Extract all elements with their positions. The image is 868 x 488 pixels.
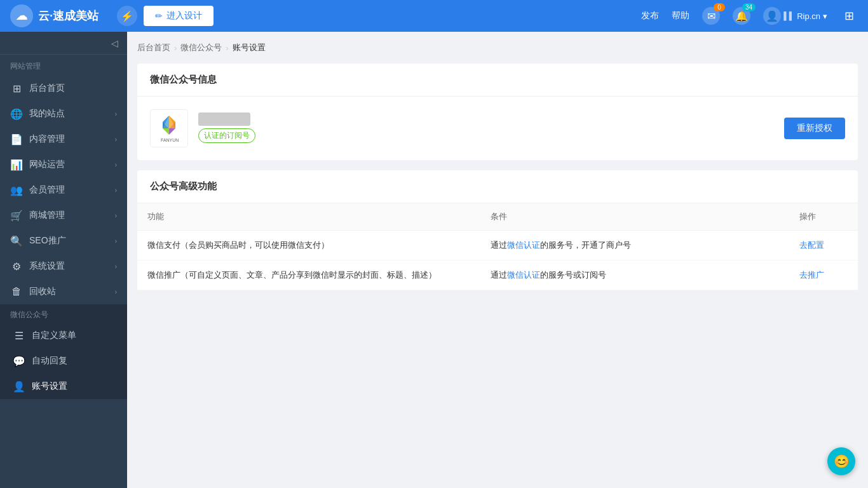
support-icon: 😊 [834,454,850,469]
pencil-icon: ✏ [155,11,163,21]
sidebar-item-operations[interactable]: 📊 网站运营 › [0,152,127,177]
col-header-condition: 条件 [480,203,789,231]
message-count: 0 [714,3,725,11]
features-table: 功能 条件 操作 微信支付（会员购买商品时，可以使用微信支付） 通过微信认证的服… [137,203,858,290]
sidebar-item-seo[interactable]: 🔍 SEO推广 › [0,228,127,254]
breadcrumb-sep-2: › [226,43,228,53]
sidebar-item-shop[interactable]: 🛒 商城管理 › [0,203,127,228]
nav-right-area: 发布 帮助 ✉ 0 🔔 34 👤 ▌▌ Rip.cn ▾ ⊞ [641,7,858,25]
breadcrumb-sep-1: › [174,43,177,53]
features-table-body: 微信支付（会员购买商品时，可以使用微信支付） 通过微信认证的服务号，开通了商户号… [137,231,858,290]
sidebar-label-operations: 网站运营 [29,159,115,170]
wechat-info-card: 微信公众号信息 FANYUN [137,64,858,160]
account-name-blurred [198,112,250,126]
sidebar-item-dashboard[interactable]: ⊞ 后台首页 [0,76,127,101]
qr-code-button[interactable]: ⊞ [840,7,858,25]
app-name: 云·速成美站 [38,8,98,24]
sidebar-label-my-sites: 我的站点 [29,108,115,119]
float-support-button[interactable]: 😊 [827,447,855,475]
account-left: FANYUN 认证的订阅号 [150,109,255,147]
sidebar: ◁ 网站管理 ⊞ 后台首页 🌐 我的站点 › 📄 内容管理 › 📊 网站运营 ›… [0,32,127,488]
account-name [198,114,255,125]
col-header-feature: 功能 [137,203,480,231]
sidebar-item-content[interactable]: 📄 内容管理 › [0,126,127,152]
sidebar-section2-title: 微信公众号 [0,304,127,323]
reauth-button[interactable]: 重新授权 [784,118,845,139]
wechat-subsection: 微信公众号 ☰ 自定义菜单 💬 自动回复 👤 账号设置 [0,304,127,399]
sidebar-item-members[interactable]: 👥 会员管理 › [0,177,127,203]
feature-payment: 微信支付（会员购买商品时，可以使用微信支付） [137,231,480,261]
sidebar-item-recycle[interactable]: 🗑 回收站 › [0,279,127,304]
account-icon: 👤 [13,380,25,393]
chevron-right-icon: › [115,111,117,118]
wechat-logo: FANYUN [150,109,188,147]
sidebar-label-settings: 系统设置 [29,261,115,272]
message-badge-wrap[interactable]: ✉ 0 [702,7,720,25]
sidebar-label-recycle: 回收站 [29,286,115,297]
sidebar-item-account-settings[interactable]: 👤 账号设置 [0,374,127,399]
shop-icon: 🛒 [10,209,23,222]
account-type-badge: 认证的订阅号 [198,128,255,143]
main-content: 后台首页 › 微信公众号 › 账号设置 微信公众号信息 [127,32,868,488]
feature-promo: 微信推广（可自定义页面、文章、产品分享到微信时显示的封面、标题、描述） [137,261,480,290]
chevron-right-icon-5: › [115,212,117,219]
user-avatar: 👤 [763,7,781,25]
sidebar-label-auto-reply: 自动回复 [32,355,67,367]
notification-badge-wrap[interactable]: 🔔 34 [733,7,750,25]
wechat-cert-link-1[interactable]: 微信认证 [507,240,540,250]
features-table-head: 功能 条件 操作 [137,203,858,231]
sidebar-collapse-button[interactable]: ◁ [0,32,127,55]
sidebar-label-dashboard: 后台首页 [29,83,117,94]
sidebar-item-settings[interactable]: ⚙ 系统设置 › [0,254,127,279]
chevron-right-icon-3: › [115,161,117,168]
table-row-payment: 微信支付（会员购买商品时，可以使用微信支付） 通过微信认证的服务号，开通了商户号… [137,231,858,261]
promote-link[interactable]: 去推广 [799,270,824,280]
sidebar-section1-title: 网站管理 [0,55,127,76]
globe-icon: 🌐 [10,107,23,120]
condition-suffix-1: 的服务号，开通了商户号 [540,240,631,250]
sidebar-item-auto-reply[interactable]: 💬 自动回复 [0,348,127,374]
sidebar-item-my-sites[interactable]: 🌐 我的站点 › [0,101,127,126]
logo-icon: ☁ [10,4,33,27]
notification-count: 34 [742,3,756,11]
domain-area[interactable]: 👤 ▌▌ Rip.cn ▾ [763,7,827,25]
dashboard-icon: ⊞ [10,82,23,95]
chevron-right-icon-8: › [115,288,117,295]
speed-icon-wrap[interactable]: ⚡ [117,6,137,26]
action-payment: 去配置 [789,231,858,261]
chevron-right-icon-7: › [115,263,117,270]
action-promo: 去推广 [789,261,858,290]
sidebar-label-custom-menu: 自定义菜单 [32,330,76,341]
condition-payment: 通过微信认证的服务号，开通了商户号 [480,231,789,261]
sidebar-label-seo: SEO推广 [29,235,115,247]
help-button[interactable]: 帮助 [672,10,689,22]
wechat-cert-link-2[interactable]: 微信认证 [507,270,540,280]
breadcrumb-home[interactable]: 后台首页 [137,42,170,53]
sidebar-label-members: 会员管理 [29,184,115,196]
domain-text: Rip.cn [797,11,820,21]
account-info: 认证的订阅号 [198,114,255,143]
svg-marker-3 [169,128,175,135]
content-icon: 📄 [10,133,23,146]
condition-prefix-1: 通过 [491,240,507,250]
condition-promo: 通过微信认证的服务号或订阅号 [480,261,789,290]
chevron-right-icon-4: › [115,187,117,194]
sidebar-label-shop: 商城管理 [29,210,115,221]
enter-design-button[interactable]: ✏ 进入设计 [144,6,214,26]
advanced-features-card: 公众号高级功能 功能 条件 操作 微信支付（会员购买商品时，可以使用微信支付） … [137,170,858,290]
wechat-info-body: FANYUN 认证的订阅号 重新授权 [137,97,858,160]
breadcrumb-current: 账号设置 [233,42,266,53]
sidebar-label-account-settings: 账号设置 [32,381,67,392]
settings-icon: ⚙ [10,260,23,273]
configure-link[interactable]: 去配置 [799,240,824,250]
domain-bars: ▌▌ [783,11,794,20]
members-icon: 👥 [10,184,23,196]
collapse-icon: ◁ [111,38,118,48]
col-header-action: 操作 [789,203,858,231]
chart-icon: 📊 [10,158,23,171]
breadcrumb-wechat[interactable]: 微信公众号 [180,42,222,53]
chat-icon: 💬 [13,355,25,367]
publish-button[interactable]: 发布 [641,10,659,22]
top-navigation: ☁ 云·速成美站 ⚡ ✏ 进入设计 发布 帮助 ✉ 0 🔔 34 👤 ▌▌ Ri… [0,0,868,32]
sidebar-item-custom-menu[interactable]: ☰ 自定义菜单 [0,323,127,348]
